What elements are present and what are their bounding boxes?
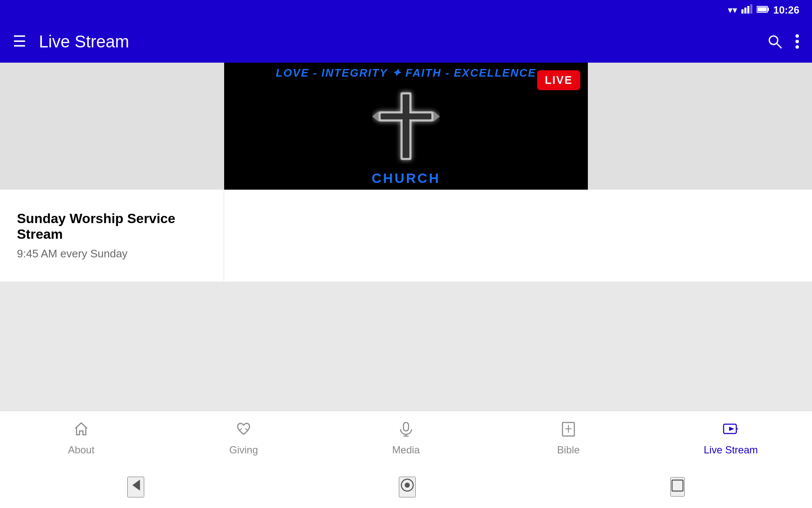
bible-icon	[560, 421, 576, 441]
nav-bible[interactable]: Bible	[537, 421, 600, 456]
svg-point-10	[796, 40, 799, 43]
nav-giving-label: Giving	[229, 444, 258, 456]
video-church-label: CHURCH	[372, 171, 441, 186]
svg-marker-27	[132, 480, 140, 491]
content-area: Sunday Worship Service Stream 9:45 AM ev…	[0, 190, 812, 282]
svg-point-29	[405, 483, 410, 488]
search-button[interactable]	[767, 34, 782, 49]
stream-title: Sunday Worship Service Stream	[17, 211, 207, 242]
bottom-nav: About Giving Media	[0, 411, 812, 466]
recents-button[interactable]	[670, 477, 685, 497]
livestream-icon	[723, 421, 739, 441]
more-options-button[interactable]	[795, 34, 799, 49]
svg-rect-18	[403, 422, 409, 431]
wifi-icon: ▾▾	[728, 5, 737, 16]
signal-icon	[741, 4, 752, 16]
system-nav-bar	[0, 466, 812, 508]
svg-rect-17	[381, 113, 431, 119]
svg-marker-15	[433, 111, 440, 121]
svg-rect-3	[750, 4, 752, 14]
svg-marker-14	[372, 111, 379, 121]
menu-button[interactable]: ☰	[13, 33, 26, 50]
svg-rect-0	[741, 9, 743, 14]
nav-media-label: Media	[392, 444, 420, 456]
svg-rect-6	[757, 7, 767, 11]
content-right	[224, 190, 812, 282]
svg-rect-2	[747, 6, 749, 14]
status-icons: ▾▾ 10:26	[728, 4, 799, 16]
svg-marker-25	[729, 427, 734, 431]
giving-icon	[236, 421, 252, 441]
microphone-icon	[398, 421, 414, 441]
video-tagline: LOVE - INTEGRITY ✦ FAITH - EXCELLENCE	[276, 66, 536, 80]
church-cross	[372, 88, 440, 164]
nav-media[interactable]: Media	[374, 421, 438, 456]
live-badge: LIVE	[537, 70, 580, 90]
stream-schedule: 9:45 AM every Sunday	[17, 247, 207, 260]
video-player[interactable]: LOVE - INTEGRITY ✦ FAITH - EXCELLENCE	[224, 63, 588, 190]
stream-info: Sunday Worship Service Stream 9:45 AM ev…	[0, 190, 224, 282]
svg-point-9	[796, 34, 799, 38]
nav-livestream[interactable]: Live Stream	[699, 421, 763, 456]
status-bar: ▾▾ 10:26	[0, 0, 812, 20]
nav-about-label: About	[68, 444, 95, 456]
nav-bible-label: Bible	[557, 444, 579, 456]
nav-about[interactable]: About	[49, 421, 113, 456]
home-icon	[73, 421, 89, 441]
battery-icon	[757, 5, 769, 16]
app-bar-icons	[767, 34, 799, 49]
video-container[interactable]: LOVE - INTEGRITY ✦ FAITH - EXCELLENCE	[0, 63, 812, 190]
svg-rect-30	[672, 480, 683, 491]
svg-rect-1	[744, 8, 746, 14]
svg-line-8	[777, 44, 781, 48]
back-button[interactable]	[127, 477, 144, 497]
status-time: 10:26	[774, 4, 799, 16]
app-bar-title: Live Stream	[39, 32, 754, 51]
app-bar: ☰ Live Stream	[0, 20, 812, 63]
svg-rect-16	[403, 94, 409, 158]
svg-point-11	[796, 45, 799, 49]
nav-giving[interactable]: Giving	[212, 421, 275, 456]
home-button[interactable]	[399, 477, 416, 497]
nav-livestream-label: Live Stream	[704, 444, 758, 456]
svg-rect-5	[768, 8, 769, 11]
